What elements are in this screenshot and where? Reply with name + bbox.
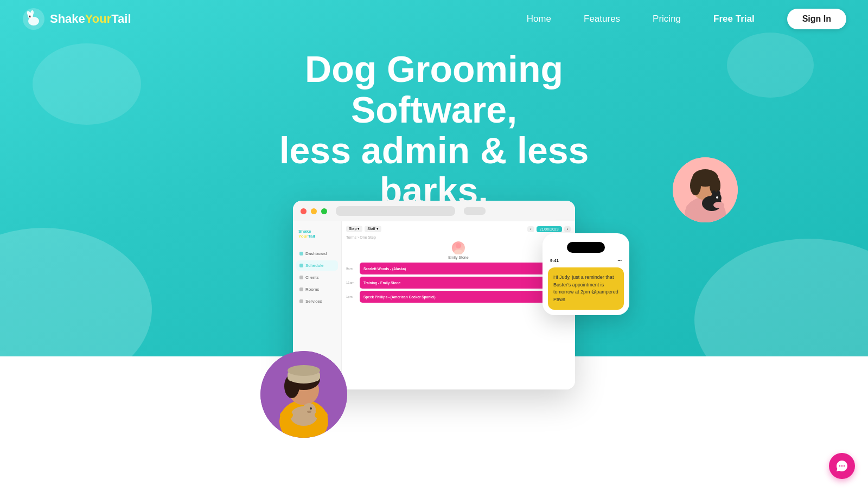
appt-bar-1[interactable]: Scarlett Woods - (Alaska) [360, 263, 564, 274]
person-photo-right [673, 157, 738, 222]
browser-bar [293, 201, 575, 221]
terms-link: Terms › One Step [346, 235, 571, 239]
signin-button[interactable]: Sign In [787, 9, 846, 29]
sidebar-label-rooms: Rooms [305, 287, 319, 292]
logo-icon [22, 7, 46, 31]
phone-time: 9:41 [550, 258, 559, 263]
sidebar-label-clients: Clients [305, 275, 318, 280]
phone-notch [567, 242, 605, 253]
time-label-2: 11am [346, 281, 357, 284]
staff-button[interactable]: Staff ▾ [365, 226, 381, 232]
nav-links: Home Features Pricing Free Trial Sign In [527, 9, 846, 29]
browser-dot-red [301, 208, 307, 214]
logo-brand-text: ShakeYourTail [50, 12, 131, 26]
time-label-3: 1pm [346, 295, 357, 298]
svg-point-7 [456, 243, 461, 248]
appt-label-3: Speck Phillips - (American Cocker Spanie… [363, 295, 436, 299]
chat-icon [835, 459, 848, 472]
svg-point-36 [839, 465, 840, 467]
sidebar-item-rooms[interactable]: Rooms [296, 284, 338, 295]
browser-dot-green [321, 208, 327, 214]
appt-slot-2: 11am Training - Emily Stone [346, 277, 571, 289]
sidebar-label-schedule: Schedule [305, 263, 323, 268]
date-controls: ‹ 21/06/2023 › [527, 226, 571, 232]
svg-point-21 [280, 411, 293, 419]
appt-slot-1: 9am Scarlett Woods - (Alaska) [346, 263, 571, 274]
date-badge: 21/06/2023 [537, 226, 562, 232]
time-label-1: 9am [346, 267, 357, 270]
sidebar-item-schedule[interactable]: Schedule [296, 260, 338, 271]
logo-tail: Tail [111, 12, 131, 25]
appt-label-2: Training - Emily Stone [363, 281, 400, 285]
browser-window: ShakeYourTail Dashboard Schedule Clients… [293, 201, 575, 389]
sidebar-dot-5 [299, 299, 303, 303]
sidebar-dot-3 [299, 276, 303, 279]
browser-url-bar [336, 206, 455, 216]
sms-bubble: Hi Judy, just a reminder that Buster's a… [548, 267, 624, 310]
browser-dot-yellow [311, 208, 317, 214]
sms-message: Hi Judy, just a reminder that Buster's a… [553, 274, 618, 302]
prev-date-button[interactable]: ‹ [527, 226, 534, 232]
person-left-illustration [260, 351, 347, 438]
person-right-illustration [673, 157, 738, 222]
sidebar-label-dashboard: Dashboard [305, 251, 327, 256]
groomer-avatar [452, 241, 465, 254]
nav-features[interactable]: Features [584, 14, 620, 24]
svg-point-8 [454, 250, 463, 254]
svg-point-33 [716, 196, 718, 199]
svg-point-38 [844, 465, 845, 467]
svg-point-22 [315, 411, 328, 419]
sidebar-item-clients[interactable]: Clients [296, 272, 338, 283]
phone-status-bar: 9:41 ▪▪▪ [548, 258, 624, 263]
nav-free-trial[interactable]: Free Trial [713, 14, 755, 24]
navbar: ShakeYourTail Home Features Pricing Free… [0, 0, 868, 38]
phone-mockup: 9:41 ▪▪▪ Hi Judy, just a reminder that B… [542, 233, 629, 315]
svg-point-16 [288, 365, 320, 376]
appt-bar-3[interactable]: Speck Phillips - (American Cocker Spanie… [360, 291, 564, 303]
nav-pricing[interactable]: Pricing [653, 14, 681, 24]
schedule-controls: Step ▾ Staff ▾ [346, 226, 381, 232]
appt-bar-2[interactable]: Training - Emily Stone [360, 277, 571, 289]
schedule-header: Step ▾ Staff ▾ ‹ 21/06/2023 › [346, 226, 571, 232]
svg-point-35 [713, 202, 724, 208]
sidebar-item-dashboard[interactable]: Dashboard [296, 248, 338, 259]
sidebar-label-services: Services [305, 299, 322, 304]
svg-point-31 [712, 190, 716, 198]
logo-your: Your [85, 12, 111, 25]
dashboard-mockup: ShakeYourTail Dashboard Schedule Clients… [293, 201, 575, 389]
next-date-button[interactable]: › [564, 226, 571, 232]
svg-point-34 [686, 204, 697, 210]
svg-point-6 [29, 17, 31, 18]
chat-button[interactable] [829, 453, 855, 479]
hero-title: Dog Grooming Software, less admin & less… [244, 49, 624, 211]
groomer-name: Emily Stone [448, 255, 468, 259]
svg-point-19 [310, 407, 312, 410]
step-button[interactable]: Step ▾ [346, 226, 362, 232]
browser-extra [464, 207, 486, 215]
sidebar-dot-4 [299, 287, 303, 291]
svg-point-18 [303, 403, 316, 416]
svg-point-27 [690, 176, 701, 195]
phone-frame: 9:41 ▪▪▪ Hi Judy, just a reminder that B… [542, 233, 629, 315]
logo-shake: Shake [50, 12, 85, 25]
appointment-slots: 9am Scarlett Woods - (Alaska) 11am Train… [346, 263, 571, 303]
sidebar-logo: ShakeYourTail [296, 227, 338, 241]
sidebar-item-services[interactable]: Services [296, 296, 338, 306]
appt-slot-3: 1pm Speck Phillips - (American Cocker Sp… [346, 291, 571, 303]
phone-icons: ▪▪▪ [618, 258, 622, 263]
appt-label-1: Scarlett Woods - (Alaska) [363, 267, 406, 271]
sidebar-dot-2 [299, 264, 303, 267]
groomer-profile: Emily Stone [346, 241, 571, 259]
schedule-main: Step ▾ Staff ▾ ‹ 21/06/2023 › Terms › On… [342, 221, 575, 389]
person-photo-left [260, 351, 347, 438]
hero-title-line1: Dog Grooming Software, [305, 48, 563, 130]
logo[interactable]: ShakeYourTail [22, 7, 131, 31]
sidebar-dot [299, 252, 303, 255]
nav-home[interactable]: Home [527, 14, 551, 24]
svg-point-37 [841, 465, 843, 467]
hero-title-line2: less admin & less barks. [279, 130, 589, 212]
svg-point-20 [307, 411, 311, 413]
